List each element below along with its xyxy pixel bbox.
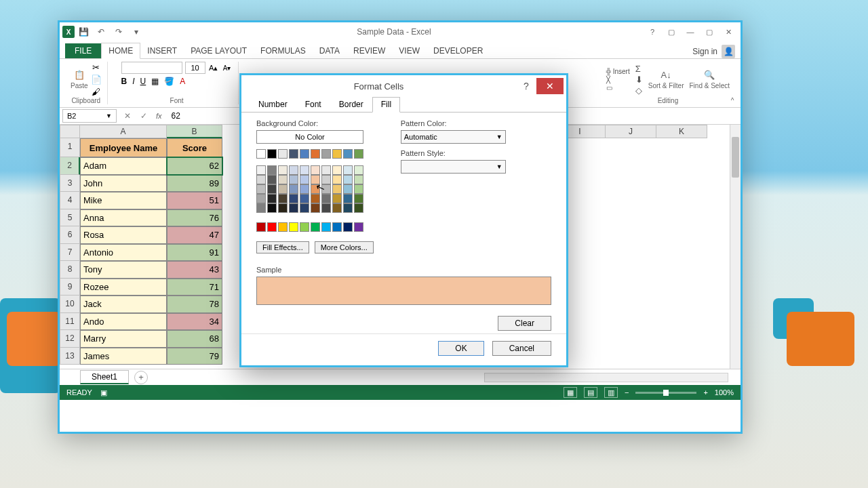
sheet-tab[interactable]: Sheet1: [80, 370, 129, 384]
more-colors-button[interactable]: More Colors...: [315, 241, 374, 253]
color-swatch[interactable]: [256, 222, 266, 232]
format-cells-button[interactable]: ▭: [606, 84, 630, 92]
color-swatch[interactable]: [256, 149, 266, 159]
normal-view-icon[interactable]: ▦: [564, 387, 577, 398]
color-swatch[interactable]: [278, 222, 288, 232]
color-swatch[interactable]: [300, 184, 309, 194]
color-swatch[interactable]: [332, 149, 342, 159]
cell-name[interactable]: Mike: [80, 192, 167, 209]
color-swatch[interactable]: [289, 165, 298, 175]
color-swatch[interactable]: [256, 184, 266, 194]
color-swatch[interactable]: [289, 175, 298, 184]
cell-name[interactable]: Tony: [80, 261, 167, 279]
color-swatch[interactable]: [300, 175, 309, 184]
color-swatch[interactable]: [289, 222, 298, 232]
color-swatch[interactable]: [267, 165, 277, 175]
dialog-close-button[interactable]: ✕: [536, 78, 564, 94]
cell-score[interactable]: 91: [167, 244, 222, 262]
tab-developer[interactable]: DEVELOPER: [427, 43, 490, 58]
copy-icon[interactable]: 📄: [91, 74, 102, 85]
fill-effects-button[interactable]: Fill Effects...: [256, 241, 309, 253]
cell-name[interactable]: Marry: [80, 330, 167, 348]
color-swatch[interactable]: [267, 149, 277, 159]
cell-name[interactable]: Jack: [80, 296, 167, 313]
color-swatch[interactable]: [343, 203, 353, 213]
font-size-input[interactable]: [185, 62, 205, 74]
tab-home[interactable]: HOME: [101, 43, 140, 59]
cut-icon[interactable]: ✂: [91, 62, 102, 73]
tab-formulas[interactable]: FORMULAS: [254, 43, 313, 58]
color-swatch[interactable]: [256, 175, 266, 184]
cell-name[interactable]: Ando: [80, 313, 167, 331]
color-swatch[interactable]: [354, 175, 363, 184]
collapse-ribbon-icon[interactable]: ^: [727, 95, 738, 106]
row-header[interactable]: 13: [60, 348, 80, 365]
row-header[interactable]: 6: [60, 226, 80, 244]
clear-icon[interactable]: ◇: [635, 85, 643, 96]
color-swatch[interactable]: [311, 184, 320, 194]
name-box[interactable]: B2 ▼: [62, 109, 117, 123]
color-swatch[interactable]: [354, 149, 363, 159]
dialog-tab-font[interactable]: Font: [296, 97, 330, 112]
pattern-style-select[interactable]: ▼: [401, 160, 506, 174]
close-button[interactable]: ✕: [719, 25, 738, 39]
color-swatch[interactable]: [267, 203, 277, 213]
row-header[interactable]: 7: [60, 244, 80, 262]
cell-score[interactable]: 68: [167, 330, 222, 348]
help-button[interactable]: ?: [643, 25, 662, 39]
color-swatch[interactable]: [321, 165, 331, 175]
color-swatch[interactable]: [343, 149, 353, 159]
pattern-color-select[interactable]: Automatic ▼: [401, 130, 506, 144]
color-swatch[interactable]: [311, 194, 320, 203]
color-swatch[interactable]: [311, 149, 320, 159]
color-swatch[interactable]: [332, 203, 342, 213]
color-swatch[interactable]: [278, 165, 288, 175]
color-swatch[interactable]: [278, 203, 288, 213]
find-select-button[interactable]: 🔍 Find & Select: [690, 70, 730, 89]
color-swatch[interactable]: [354, 222, 363, 232]
tab-insert[interactable]: INSERT: [140, 43, 184, 58]
ribbon-options-button[interactable]: ▢: [662, 25, 681, 39]
macro-record-icon[interactable]: ▣: [100, 388, 107, 397]
color-swatch[interactable]: [332, 222, 342, 232]
row-header[interactable]: 9: [60, 279, 80, 296]
dialog-tab-border[interactable]: Border: [330, 97, 372, 112]
zoom-in-button[interactable]: +: [703, 388, 707, 396]
color-swatch[interactable]: [289, 194, 298, 203]
cell-score[interactable]: 62: [167, 157, 222, 175]
color-swatch[interactable]: [311, 222, 320, 232]
fill-icon[interactable]: ⬇: [635, 75, 643, 85]
color-swatch[interactable]: [267, 184, 277, 194]
col-header[interactable]: A: [80, 125, 167, 138]
color-swatch[interactable]: [343, 222, 353, 232]
cell-score[interactable]: 78: [167, 296, 222, 313]
color-swatch[interactable]: [278, 175, 288, 184]
color-swatch[interactable]: [300, 203, 309, 213]
cell-score[interactable]: 71: [167, 279, 222, 296]
color-swatch[interactable]: [321, 175, 331, 184]
color-swatch[interactable]: [343, 175, 353, 184]
ok-button[interactable]: OK: [438, 341, 484, 356]
cell-score[interactable]: 51: [167, 192, 222, 209]
row-header[interactable]: 11: [60, 313, 80, 331]
tab-view[interactable]: VIEW: [392, 43, 427, 58]
cell-name[interactable]: Rosa: [80, 226, 167, 244]
cancel-formula-icon[interactable]: ✕: [119, 111, 136, 121]
clear-button[interactable]: Clear: [498, 316, 551, 331]
color-swatch[interactable]: [354, 203, 363, 213]
color-swatch[interactable]: [332, 184, 342, 194]
color-swatch[interactable]: [267, 175, 277, 184]
color-swatch[interactable]: [332, 175, 342, 184]
border-icon[interactable]: ▦: [151, 77, 159, 86]
delete-cells-button[interactable]: ╳: [606, 76, 630, 83]
qat-dropdown-icon[interactable]: ▾: [130, 26, 142, 38]
cancel-button[interactable]: Cancel: [492, 341, 551, 356]
color-swatch[interactable]: [256, 203, 266, 213]
cell-score[interactable]: 34: [167, 313, 222, 331]
cell-name[interactable]: Anna: [80, 209, 167, 227]
color-swatch[interactable]: [300, 194, 309, 203]
color-swatch[interactable]: [311, 203, 320, 213]
cell-score[interactable]: 89: [167, 175, 222, 192]
horizontal-scrollbar[interactable]: [484, 373, 728, 382]
tab-page-layout[interactable]: PAGE LAYOUT: [184, 43, 254, 58]
